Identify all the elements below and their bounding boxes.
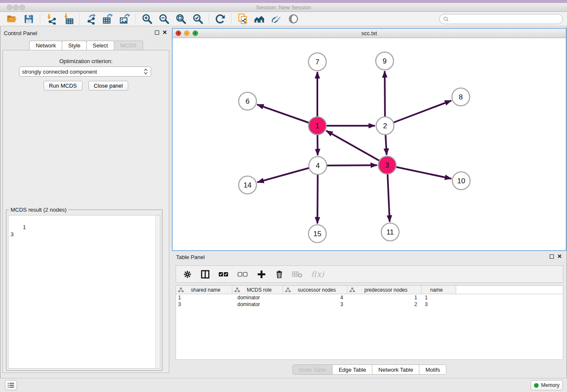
node-10[interactable]: 10: [452, 172, 470, 190]
edge-1-6[interactable]: [257, 105, 317, 126]
tab-network-table[interactable]: Network Table: [372, 364, 419, 375]
close-panel-button[interactable]: Close panel: [88, 81, 129, 91]
optimization-criterion-label: Optimization criterion:: [3, 58, 169, 64]
export-table-button[interactable]: [99, 13, 116, 25]
node-8[interactable]: 8: [452, 88, 470, 106]
close-table-panel-icon[interactable]: ✕: [557, 254, 562, 259]
column-header-name[interactable]: name: [421, 286, 456, 294]
function-builder-icon[interactable]: f(x): [311, 270, 324, 279]
deselect-all-columns-icon[interactable]: [237, 270, 248, 279]
tab-edge-table[interactable]: Edge Table: [333, 364, 372, 375]
main-toolbar: [0, 12, 567, 26]
node-3[interactable]: 3: [378, 156, 396, 174]
edge-2-8[interactable]: [385, 101, 451, 126]
close-panel-icon[interactable]: ✕: [162, 30, 167, 35]
toolbar-separator: [231, 14, 231, 25]
column-header-MCDS-role[interactable]: MCDS role: [232, 286, 283, 294]
clone-network-button[interactable]: [234, 13, 251, 25]
add-column-icon[interactable]: [256, 269, 267, 279]
import-network-button[interactable]: [43, 13, 60, 25]
export-network-icon: [85, 13, 96, 25]
zoom-fit-button[interactable]: [172, 13, 189, 25]
apply-layout-button[interactable]: [212, 13, 228, 25]
tab-network[interactable]: Network: [29, 41, 62, 50]
save-session-button[interactable]: [20, 13, 37, 25]
cell-predecessor-nodes[interactable]: 1: [347, 295, 421, 301]
open-session-button[interactable]: [3, 13, 20, 25]
export-image-button[interactable]: [116, 13, 133, 25]
style-paint-button[interactable]: [268, 13, 285, 25]
zoom-selected-button[interactable]: [189, 13, 206, 25]
cell-shared-name[interactable]: 3: [176, 301, 232, 307]
node-4[interactable]: 4: [309, 157, 327, 174]
node-table: shared nameMCDS rolesuccessor nodesprede…: [176, 285, 563, 360]
window-title: Session: New Session: [0, 4, 567, 11]
result-scrollbar[interactable]: [155, 215, 160, 368]
node-label: 10: [457, 177, 465, 185]
cell-name[interactable]: 1: [421, 295, 456, 301]
node-2[interactable]: 2: [376, 117, 394, 135]
tab-style[interactable]: Style: [62, 41, 87, 50]
column-header-predecessor-nodes[interactable]: predecessor nodes: [347, 286, 421, 294]
float-panel-icon[interactable]: [155, 30, 159, 35]
table-row[interactable]: 3dominator323: [176, 301, 563, 308]
table-row[interactable]: 1dominator411: [176, 294, 563, 301]
select-all-columns-icon[interactable]: [218, 270, 229, 279]
settings-gear-icon[interactable]: [183, 270, 192, 279]
cell-name[interactable]: 3: [421, 301, 456, 307]
node-label: 9: [383, 57, 386, 65]
table-panel: Table Panel ✕: [172, 252, 567, 378]
tab-select[interactable]: Select: [86, 41, 114, 50]
run-mcds-button[interactable]: Run MCDS: [44, 81, 83, 91]
float-table-panel-icon[interactable]: [550, 254, 554, 259]
cell-MCDS-role[interactable]: dominator: [232, 301, 283, 307]
cell-MCDS-role[interactable]: dominator: [232, 295, 283, 301]
cell-predecessor-nodes[interactable]: 2: [347, 301, 421, 307]
column-header-shared-name[interactable]: shared name: [176, 286, 232, 294]
cell-successor-nodes[interactable]: 4: [283, 295, 347, 301]
node-9[interactable]: 9: [376, 52, 394, 70]
dropdown-stepper-icon: [143, 68, 148, 75]
zoom-in-button[interactable]: [138, 13, 155, 25]
network-title: scc.txt: [173, 30, 566, 36]
node-15[interactable]: 15: [308, 225, 326, 243]
network-canvas[interactable]: 1234678910111415: [173, 38, 566, 250]
memory-button[interactable]: Memory: [531, 380, 563, 390]
task-history-button[interactable]: [5, 380, 17, 390]
import-table-button[interactable]: [60, 13, 77, 25]
edge-3-1[interactable]: [326, 131, 387, 165]
dropdown-value: strongly connected component: [22, 69, 143, 75]
contrast-button[interactable]: [285, 13, 302, 25]
tab-node-table[interactable]: Node Table: [292, 364, 333, 375]
table-header-row: shared nameMCDS rolesuccessor nodesprede…: [176, 286, 563, 294]
cell-shared-name[interactable]: 1: [176, 295, 232, 301]
node-14[interactable]: 14: [239, 176, 256, 194]
mcds-tab-content: Optimization criterion: strongly connect…: [3, 50, 169, 373]
status-bar: Memory: [0, 378, 567, 392]
tab-motifs[interactable]: Motifs: [419, 364, 446, 375]
optimization-criterion-dropdown[interactable]: strongly connected component: [19, 66, 151, 77]
node-6[interactable]: 6: [239, 92, 256, 110]
houses-button[interactable]: [251, 13, 268, 25]
node-11[interactable]: 11: [381, 223, 399, 241]
node-label: 7: [315, 58, 319, 66]
node-7[interactable]: 7: [308, 53, 326, 71]
network-frame-titlebar[interactable]: × − + scc.txt: [173, 29, 566, 38]
mcds-result-list[interactable]: 1 3: [8, 215, 160, 369]
node-1[interactable]: 1: [308, 117, 326, 135]
refresh-icon: [215, 13, 226, 25]
table-toolbar: f(x): [176, 265, 563, 283]
toolbar-separator: [40, 14, 40, 25]
tab-mcds[interactable]: MCDS: [114, 41, 143, 50]
search-field[interactable]: [439, 14, 563, 24]
search-input[interactable]: [449, 16, 562, 22]
edge-3-10[interactable]: [387, 165, 451, 179]
delete-column-trash-icon[interactable]: [275, 269, 284, 279]
column-header-successor-nodes[interactable]: successor nodes: [283, 286, 347, 294]
zoom-out-button[interactable]: [155, 13, 172, 25]
cell-successor-nodes[interactable]: 3: [283, 301, 347, 307]
export-network-button[interactable]: [82, 13, 99, 25]
mcds-result-title: MCDS result (2 nodes): [9, 207, 68, 213]
delete-table-icon[interactable]: [292, 270, 303, 279]
split-panel-icon[interactable]: [200, 269, 210, 279]
